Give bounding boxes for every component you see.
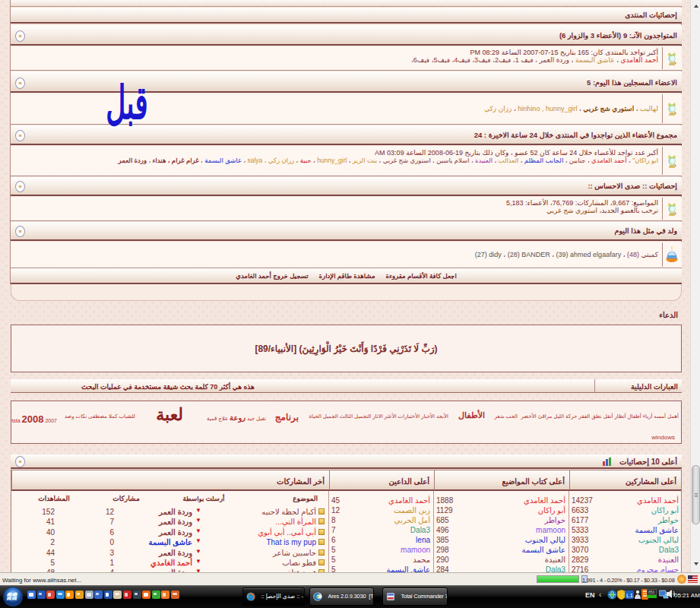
svg-text:L1: L1 bbox=[626, 592, 633, 599]
